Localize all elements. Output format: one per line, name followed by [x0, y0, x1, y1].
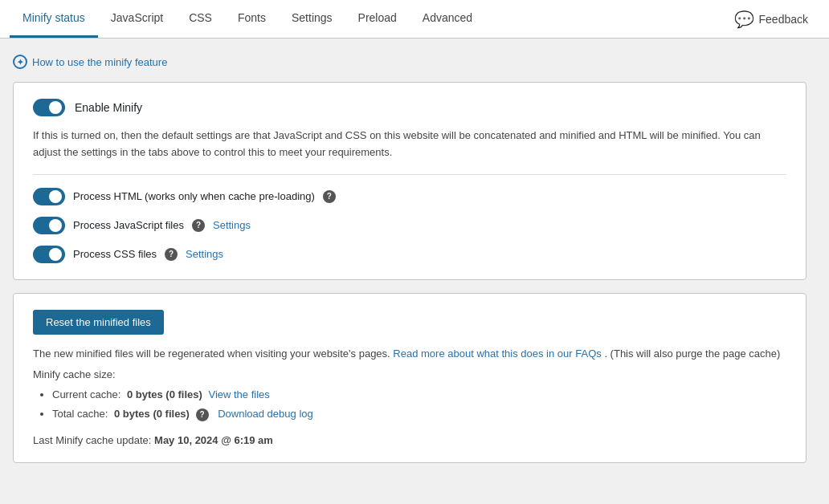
toggle-thumb [49, 248, 62, 261]
last-update-value: May 10, 2024 @ 6:19 am [154, 434, 273, 446]
total-cache-item: Total cache: 0 bytes (0 files) ? Downloa… [52, 404, 786, 423]
process-js-settings-link[interactable]: Settings [213, 219, 251, 231]
process-js-toggle[interactable] [33, 217, 65, 234]
reset-info-text: The new minified files will be regenerat… [33, 346, 786, 363]
current-cache-label-before: Current cache: [52, 388, 120, 400]
tab-settings[interactable]: Settings [279, 0, 345, 38]
page-wrapper: Minify status JavaScript CSS Fonts Setti… [0, 0, 829, 492]
enable-minify-label: Enable Minify [75, 101, 142, 114]
enable-minify-toggle[interactable] [33, 99, 65, 116]
toggle-thumb [49, 219, 62, 232]
tab-advanced[interactable]: Advanced [410, 0, 485, 38]
feedback-icon: 💬 [734, 10, 754, 29]
divider [33, 174, 786, 175]
tab-navigation: Minify status JavaScript CSS Fonts Setti… [0, 0, 829, 39]
view-files-link[interactable]: View the files [208, 388, 269, 400]
process-html-toggle[interactable] [33, 188, 65, 205]
total-cache-help-icon[interactable]: ? [196, 408, 209, 421]
process-html-help-icon[interactable]: ? [323, 190, 336, 203]
toggle-row-css: Process CSS files ? Settings [33, 246, 786, 263]
how-to-link[interactable]: ✦ How to use the minify feature [13, 55, 807, 69]
process-js-help-icon[interactable]: ? [192, 219, 205, 232]
reset-minified-card: Reset the minified files The new minifie… [13, 293, 807, 464]
enable-description: If this is turned on, then the default s… [33, 128, 786, 161]
info-text-before: The new minified files will be regenerat… [33, 348, 390, 360]
tab-javascript[interactable]: JavaScript [98, 0, 176, 38]
last-update-label: Last Minify cache update: [33, 434, 151, 446]
help-circle-icon: ✦ [13, 55, 27, 69]
enable-row: Enable Minify [33, 99, 786, 116]
cache-size-label: Minify cache size: [33, 368, 786, 380]
toggle-track [33, 246, 65, 263]
process-css-label: Process CSS files [73, 248, 157, 260]
process-html-label: Process HTML (works only when cache pre-… [73, 190, 315, 202]
read-more-link[interactable]: Read more about what this does in our FA… [393, 348, 601, 360]
enable-minify-card: Enable Minify If this is turned on, then… [13, 82, 807, 280]
tab-fonts[interactable]: Fonts [225, 0, 279, 38]
current-cache-value: 0 bytes (0 files) [127, 388, 202, 400]
tab-preload[interactable]: Preload [345, 0, 410, 38]
toggle-thumb [49, 190, 62, 203]
tab-minify-status[interactable]: Minify status [10, 0, 98, 38]
info-text-after: . (This will also purge the page cache) [604, 348, 780, 360]
toggle-track [33, 188, 65, 205]
tab-css[interactable]: CSS [176, 0, 225, 38]
tab-nav-items: Minify status JavaScript CSS Fonts Setti… [10, 0, 723, 38]
toggle-thumb [49, 101, 62, 114]
total-cache-value: 0 bytes (0 files) [114, 408, 190, 420]
cache-section: Minify cache size: Current cache: 0 byte… [33, 368, 786, 423]
toggle-track [33, 217, 65, 234]
current-cache-item: Current cache: 0 bytes (0 files) View th… [52, 385, 786, 404]
process-css-help-icon[interactable]: ? [165, 248, 178, 261]
content-area: ✦ How to use the minify feature Enable M… [0, 39, 819, 492]
feedback-label: Feedback [759, 13, 808, 26]
cache-list: Current cache: 0 bytes (0 files) View th… [33, 385, 786, 423]
reset-minified-button[interactable]: Reset the minified files [33, 310, 164, 335]
toggle-row-js: Process JavaScript files ? Settings [33, 217, 786, 234]
process-css-settings-link[interactable]: Settings [186, 248, 223, 260]
last-update: Last Minify cache update: May 10, 2024 @… [33, 434, 786, 446]
toggle-row-html: Process HTML (works only when cache pre-… [33, 188, 786, 205]
total-cache-label-before: Total cache: [52, 408, 108, 420]
feedback-button[interactable]: 💬 Feedback [723, 2, 819, 37]
process-js-label: Process JavaScript files [73, 219, 184, 231]
process-css-toggle[interactable] [33, 246, 65, 263]
toggle-track [33, 99, 65, 116]
how-to-text: How to use the minify feature [32, 56, 167, 68]
download-debug-link[interactable]: Download debug log [218, 408, 313, 420]
